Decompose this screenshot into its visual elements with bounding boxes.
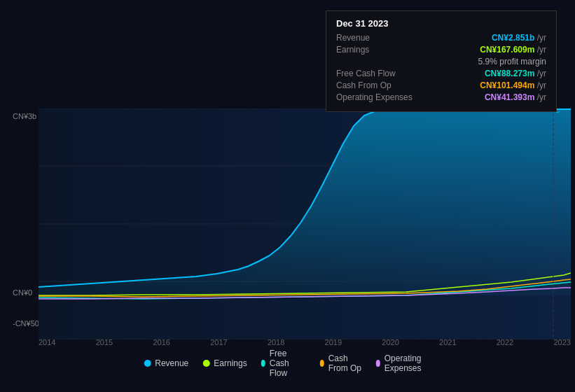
legend-label-revenue: Revenue	[155, 358, 188, 368]
x-label-2020: 2020	[382, 338, 399, 346]
legend-item-fcf[interactable]: Free Cash Flow	[261, 349, 306, 378]
tooltip-margin: 5.9% profit margin	[478, 57, 546, 66]
legend-label-opex: Operating Expenses	[385, 354, 431, 373]
legend-item-revenue[interactable]: Revenue	[144, 358, 188, 368]
tooltip-value-revenue: CN¥2.851b /yr	[492, 33, 546, 43]
y-label-zero: CN¥0	[13, 288, 32, 297]
tooltip-label-opex: Operating Expenses	[336, 92, 420, 102]
x-label-2014: 2014	[39, 338, 55, 346]
x-label-2021: 2021	[439, 338, 456, 346]
tooltip-value-earnings: CN¥167.609m /yr	[480, 45, 546, 55]
legend-dot-cashop	[320, 360, 324, 367]
tooltip-row-opex: Operating Expenses CN¥41.393m /yr	[336, 92, 546, 102]
legend-label-cashop: Cash From Op	[328, 354, 362, 373]
tooltip-label-revenue: Revenue	[336, 33, 420, 43]
chart-container: Dec 31 2023 Revenue CN¥2.851b /yr Earnin…	[0, 0, 575, 392]
tooltip-box: Dec 31 2023 Revenue CN¥2.851b /yr Earnin…	[326, 10, 557, 112]
x-label-2018: 2018	[268, 338, 284, 346]
legend-dot-opex	[376, 360, 380, 367]
tooltip-value-opex: CN¥41.393m /yr	[485, 92, 546, 102]
tooltip-date: Dec 31 2023	[336, 18, 546, 29]
tooltip-value-fcf: CN¥88.273m /yr	[485, 69, 546, 78]
x-label-2017: 2017	[210, 338, 227, 346]
legend-item-cashop[interactable]: Cash From Op	[320, 354, 362, 373]
legend: Revenue Earnings Free Cash Flow Cash Fro…	[144, 349, 431, 378]
tooltip-value-cashop: CN¥101.494m /yr	[480, 80, 546, 90]
y-label-top: CN¥3b	[13, 112, 36, 120]
x-label-2023: 2023	[553, 338, 570, 346]
x-label-2019: 2019	[325, 338, 342, 346]
x-label-2015: 2015	[96, 338, 113, 346]
legend-dot-revenue	[144, 360, 151, 367]
legend-dot-earnings	[202, 360, 209, 367]
x-labels: 2014 2015 2016 2017 2018 2019 2020 2021 …	[39, 338, 571, 346]
tooltip-row-fcf: Free Cash Flow CN¥88.273m /yr	[336, 69, 546, 78]
tooltip-row-cashop: Cash From Op CN¥101.494m /yr	[336, 80, 546, 90]
tooltip-row-revenue: Revenue CN¥2.851b /yr	[336, 33, 546, 43]
tooltip-row-margin: 5.9% profit margin	[336, 57, 546, 66]
legend-item-earnings[interactable]: Earnings	[202, 358, 247, 368]
tooltip-row-earnings: Earnings CN¥167.609m /yr	[336, 45, 546, 55]
tooltip-label-fcf: Free Cash Flow	[336, 69, 420, 78]
chart-svg: C	[39, 108, 571, 340]
x-label-2022: 2022	[497, 338, 513, 346]
legend-item-opex[interactable]: Operating Expenses	[376, 354, 431, 373]
legend-label-earnings: Earnings	[214, 358, 247, 368]
legend-dot-fcf	[261, 360, 265, 367]
tooltip-label-earnings: Earnings	[336, 45, 420, 55]
tooltip-label-cashop: Cash From Op	[336, 80, 420, 90]
legend-label-fcf: Free Cash Flow	[270, 349, 306, 378]
x-label-2016: 2016	[153, 338, 169, 346]
